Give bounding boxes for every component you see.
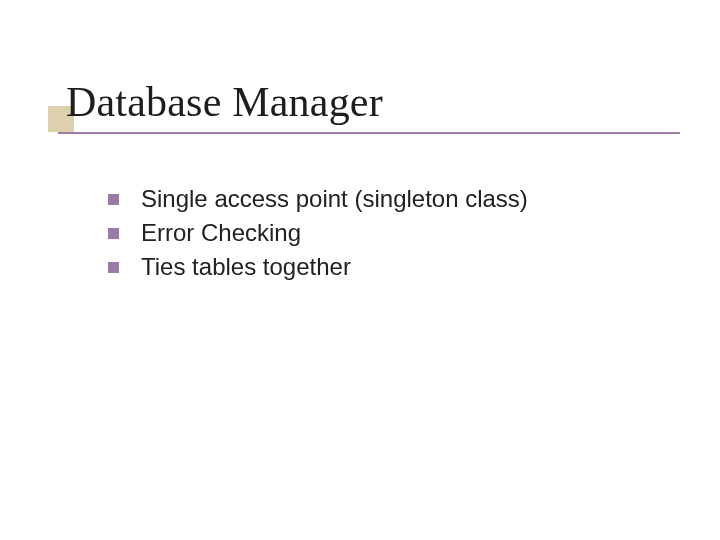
square-bullet-icon xyxy=(108,262,119,273)
list-item: Error Checking xyxy=(108,219,528,247)
list-item: Ties tables together xyxy=(108,253,528,281)
bullet-list: Single access point (singleton class) Er… xyxy=(108,185,528,287)
list-item: Single access point (singleton class) xyxy=(108,185,528,213)
square-bullet-icon xyxy=(108,228,119,239)
title-block: Database Manager xyxy=(48,78,383,126)
slide-title: Database Manager xyxy=(66,78,383,126)
bullet-text: Error Checking xyxy=(141,219,301,247)
title-underline xyxy=(58,132,680,134)
bullet-text: Ties tables together xyxy=(141,253,351,281)
bullet-text: Single access point (singleton class) xyxy=(141,185,528,213)
square-bullet-icon xyxy=(108,194,119,205)
